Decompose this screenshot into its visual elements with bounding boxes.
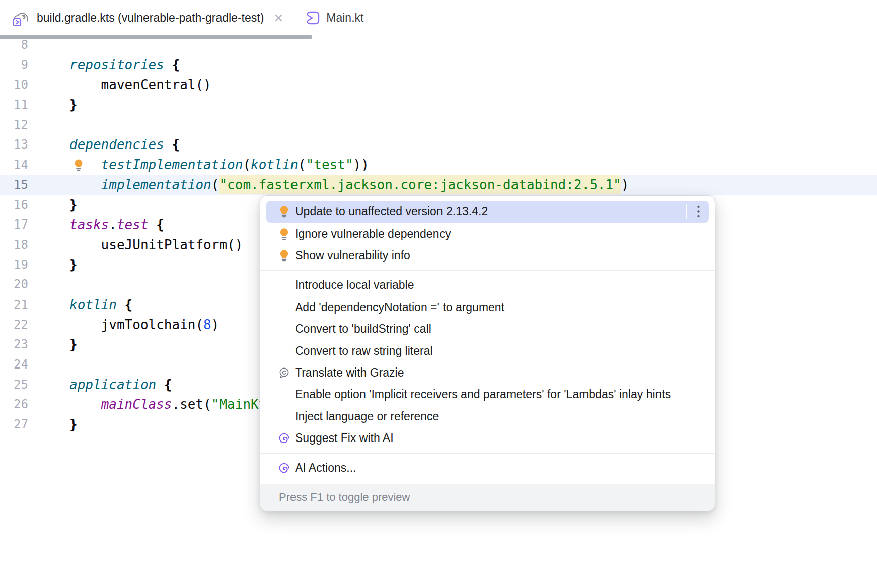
intention-action-label: Add 'dependencyNotation =' to argument — [295, 301, 504, 314]
intention-action-item[interactable]: Convert to 'buildString' call — [266, 318, 709, 340]
gutter-separator — [67, 35, 67, 588]
intention-action-label: Inject language or reference — [295, 410, 439, 423]
intention-action-label: Show vulnerability info — [295, 249, 410, 262]
code-text: } — [69, 335, 78, 355]
popup-separator — [260, 266, 715, 274]
icon-spacer — [277, 409, 290, 423]
lightbulb-icon — [278, 249, 290, 262]
line-number[interactable]: 17 — [0, 215, 28, 235]
intention-action-label: Ignore vulnerable dependency — [295, 227, 451, 241]
intention-action-label: Enable option 'Implicit receivers and pa… — [295, 388, 671, 401]
code-text: tasks.test { — [69, 215, 164, 235]
grazie-icon-slot — [277, 365, 290, 380]
line-number[interactable]: 23 — [0, 335, 28, 355]
code-text: kotlin { — [69, 295, 132, 315]
intention-action-item[interactable]: Introduce local variable — [266, 274, 709, 296]
code-text: } — [69, 195, 78, 215]
line-number[interactable]: 20 — [0, 275, 28, 295]
bulb-icon-slot — [277, 248, 290, 262]
intention-action-item[interactable]: AI Actions... — [266, 457, 709, 479]
tab-build-gradle-kts[interactable]: build.gradle.kts (vulnerable-path-gradle… — [0, 0, 283, 35]
code-line-14[interactable]: 14 testImplementation(kotlin("test")) — [0, 155, 877, 175]
selected-item-divider — [686, 204, 687, 219]
intention-action-label: Introduce local variable — [295, 278, 414, 292]
intention-action-item[interactable]: Translate with Grazie — [266, 362, 709, 384]
intention-action-label: AI Actions... — [295, 461, 356, 475]
tab-title: build.gradle.kts (vulnerable-path-gradle… — [37, 11, 264, 25]
intention-actions-list: Update to unaffected version 2.13.4.2Ign… — [260, 196, 715, 484]
code-line-12[interactable]: 12 — [0, 115, 877, 135]
popup-footer-hint: Press F1 to toggle preview — [260, 484, 715, 511]
code-text: useJUnitPlatform() — [69, 235, 243, 255]
code-line-10[interactable]: 10 mavenCentral() — [0, 75, 877, 95]
kotlin-file-icon — [306, 11, 320, 25]
intention-action-label: Convert to raw string literal — [295, 344, 433, 358]
ai-spiral-icon — [278, 431, 290, 445]
code-text: application { — [69, 375, 172, 395]
grazie-icon — [278, 366, 290, 380]
icon-spacer — [277, 344, 290, 358]
gradle-kotlin-script-file-icon — [13, 9, 31, 27]
icon-spacer — [277, 388, 290, 402]
intention-action-label: Update to unaffected version 2.13.4.2 — [295, 205, 488, 218]
ide-window: { "tabs": [ { "label": "build.gradle.kts… — [0, 0, 877, 588]
intention-action-item[interactable]: Add 'dependencyNotation =' to argument — [266, 297, 709, 318]
ai-icon-slot — [277, 431, 290, 446]
icon-spacer — [277, 322, 290, 336]
intention-action-item[interactable]: Inject language or reference — [266, 406, 709, 427]
code-text: dependencies { — [69, 135, 180, 155]
line-number[interactable]: 27 — [0, 415, 28, 435]
line-number[interactable]: 18 — [0, 235, 28, 255]
intention-action-item[interactable]: Suggest Fix with AI — [266, 427, 709, 449]
code-line-11[interactable]: 11} — [0, 95, 877, 115]
code-text: } — [69, 95, 78, 115]
line-number[interactable]: 11 — [0, 95, 28, 115]
icon-spacer — [277, 300, 290, 314]
intention-action-item[interactable]: Convert to raw string literal — [266, 340, 709, 361]
line-number[interactable]: 9 — [0, 55, 28, 76]
intention-action-item[interactable]: Ignore vulnerable dependency — [266, 223, 709, 244]
bulb-icon-slot — [277, 205, 290, 219]
intention-actions-popup: Update to unaffected version 2.13.4.2Ign… — [260, 195, 715, 511]
code-text: mavenCentral() — [69, 75, 211, 95]
bulb-icon-slot — [277, 227, 290, 241]
code-text: repositories { — [69, 55, 180, 76]
ai-icon-slot — [277, 461, 290, 475]
line-number[interactable]: 10 — [0, 75, 28, 95]
more-options-kebab-icon[interactable] — [696, 205, 701, 218]
icon-spacer — [277, 278, 290, 292]
close-tab-icon[interactable] — [274, 13, 283, 23]
intention-action-item[interactable]: Enable option 'Implicit receivers and pa… — [266, 384, 709, 405]
code-text: } — [69, 255, 78, 275]
intention-action-label: Suggest Fix with AI — [295, 431, 394, 445]
line-number[interactable]: 12 — [0, 115, 28, 135]
line-number[interactable]: 19 — [0, 255, 28, 275]
intention-action-label: Translate with Grazie — [295, 366, 404, 380]
lightbulb-icon — [278, 227, 290, 241]
line-number[interactable]: 21 — [0, 295, 28, 315]
code-line-13[interactable]: 13dependencies { — [0, 135, 877, 155]
intention-action-label: Convert to 'buildString' call — [295, 322, 431, 336]
code-text: implementation("com.fasterxml.jackson.co… — [69, 175, 629, 195]
line-number[interactable]: 26 — [0, 395, 28, 415]
line-number[interactable]: 15 — [0, 175, 28, 195]
intention-action-item[interactable]: Show vulnerability info — [266, 245, 709, 266]
code-text: } — [69, 415, 78, 435]
tab-main-kt[interactable]: Main.kt — [283, 0, 363, 35]
line-number[interactable]: 13 — [0, 135, 28, 155]
ai-spiral-icon — [278, 461, 290, 475]
line-number[interactable]: 14 — [0, 155, 28, 175]
line-number[interactable]: 22 — [0, 315, 28, 335]
code-line-15[interactable]: 15 implementation("com.fasterxml.jackson… — [0, 175, 877, 195]
line-number[interactable]: 25 — [0, 375, 28, 395]
code-line-9[interactable]: 9repositories { — [0, 55, 877, 76]
code-text: testImplementation(kotlin("test")) — [69, 155, 369, 175]
line-number[interactable]: 16 — [0, 195, 28, 215]
tab-title: Main.kt — [326, 11, 363, 25]
popup-separator — [260, 449, 715, 457]
line-number[interactable]: 24 — [0, 355, 28, 375]
code-text: jvmToolchain(8) — [69, 315, 219, 335]
lightbulb-icon — [278, 205, 290, 218]
editor-tab-bar: build.gradle.kts (vulnerable-path-gradle… — [0, 0, 877, 35]
intention-action-item[interactable]: Update to unaffected version 2.13.4.2 — [266, 201, 709, 223]
